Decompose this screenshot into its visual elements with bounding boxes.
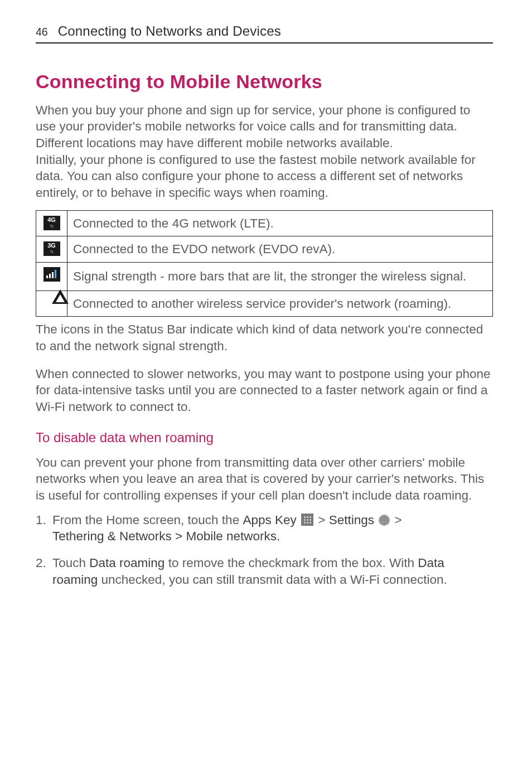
settings-label: Settings bbox=[329, 513, 374, 527]
svg-rect-3 bbox=[55, 270, 56, 278]
step-text-line2: Tethering & Networks > Mobile networks. bbox=[52, 529, 280, 543]
page-header: 46 Connecting to Networks and Devices bbox=[36, 22, 493, 43]
signal-bars-icon bbox=[43, 267, 60, 282]
step-text: unchecked, you can still transmit data w… bbox=[98, 573, 447, 587]
svg-rect-0 bbox=[46, 275, 48, 278]
table-row: 3G Connected to the EVDO network (EVDO r… bbox=[36, 236, 493, 263]
data-roaming-label: Data roaming bbox=[89, 556, 165, 570]
after-table-paragraph-1: The icons in the Status Bar indicate whi… bbox=[36, 321, 493, 354]
icon-cell: 4G bbox=[36, 210, 67, 236]
intro-paragraph-3: Initially, your phone is configured to u… bbox=[36, 152, 493, 201]
header-title: Connecting to Networks and Devices bbox=[58, 22, 281, 40]
table-row: Signal strength - more bars that are lit… bbox=[36, 263, 493, 291]
icon-description: Connected to the 4G network (LTE). bbox=[67, 210, 493, 236]
svg-rect-1 bbox=[49, 274, 51, 278]
apps-key-label: Apps Key bbox=[243, 513, 296, 527]
page-number: 46 bbox=[36, 25, 48, 40]
network-icons-table: 4G Connected to the 4G network (LTE). 3G… bbox=[36, 210, 493, 317]
table-row: Connected to another wireless service pr… bbox=[36, 290, 493, 317]
4g-icon: 4G bbox=[43, 216, 60, 230]
icon-cell: 3G bbox=[36, 236, 67, 263]
step-1: From the Home screen, touch the Apps Key… bbox=[36, 512, 493, 545]
step-text: to remove the checkmark from the box. Wi… bbox=[165, 556, 418, 570]
separator: > bbox=[391, 513, 402, 527]
subsection-title: To disable data when roaming bbox=[36, 429, 493, 447]
icon-description: Connected to another wireless service pr… bbox=[67, 290, 493, 317]
section-title: Connecting to Mobile Networks bbox=[36, 69, 493, 94]
icon-description: Signal strength - more bars that are lit… bbox=[67, 263, 493, 291]
apps-key-icon bbox=[301, 514, 313, 526]
icon-description: Connected to the EVDO network (EVDO revA… bbox=[67, 236, 493, 263]
subsection-intro: You can prevent your phone from transmit… bbox=[36, 454, 493, 504]
step-2: Touch Data roaming to remove the checkma… bbox=[36, 555, 493, 588]
icon-cell bbox=[36, 263, 67, 291]
3g-icon: 3G bbox=[43, 241, 60, 256]
step-text: From the Home screen, touch the bbox=[52, 513, 243, 527]
step-text: Touch bbox=[52, 556, 89, 570]
icon-cell bbox=[36, 290, 67, 317]
steps-list: From the Home screen, touch the Apps Key… bbox=[36, 512, 493, 588]
settings-icon bbox=[379, 515, 390, 526]
intro-paragraph-1: When you buy your phone and sign up for … bbox=[36, 102, 493, 135]
after-table-paragraph-2: When connected to slower networks, you m… bbox=[36, 366, 493, 415]
table-row: 4G Connected to the 4G network (LTE). bbox=[36, 210, 493, 236]
intro-paragraph-2: Different locations may have different m… bbox=[36, 135, 493, 152]
svg-rect-2 bbox=[52, 272, 54, 278]
separator: > bbox=[315, 513, 329, 527]
